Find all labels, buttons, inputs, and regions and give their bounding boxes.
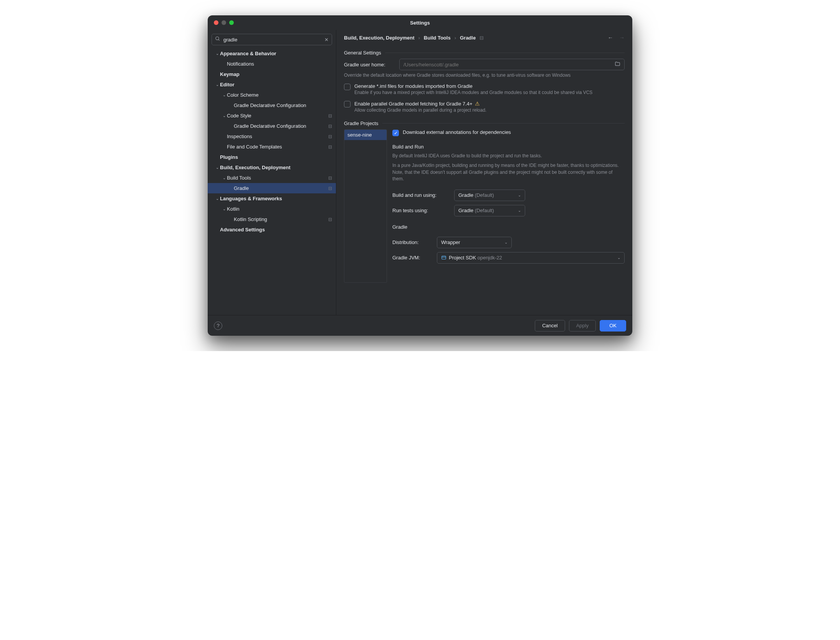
nav-back-icon[interactable]: ← bbox=[608, 35, 613, 41]
maximize-icon[interactable] bbox=[229, 20, 234, 25]
download-annotations-label: Download external annotations for depend… bbox=[403, 129, 511, 135]
sidebar-item-file-and-code-templates[interactable]: File and Code Templates⊟ bbox=[208, 142, 336, 152]
build-using-dropdown[interactable]: Gradle (Default) ⌄ bbox=[454, 190, 525, 201]
sidebar-item-kotlin-scripting[interactable]: Kotlin Scripting⊟ bbox=[208, 214, 336, 224]
gradle-user-home-label: Gradle user home: bbox=[344, 62, 394, 68]
sidebar-item-label: File and Code Templates bbox=[227, 144, 282, 150]
tests-using-label: Run tests using: bbox=[392, 208, 448, 213]
distribution-label: Distribution: bbox=[392, 239, 431, 245]
sidebar-item-build-execution-deployment[interactable]: ⌄Build, Execution, Deployment bbox=[208, 162, 336, 173]
restore-icon[interactable]: ⊟ bbox=[480, 35, 484, 41]
svg-rect-2 bbox=[442, 256, 446, 259]
gradle-jvm-dropdown[interactable]: Project SDK openjdk-22 ⌄ bbox=[437, 252, 625, 264]
gradle-projects-list[interactable]: sense-nine bbox=[344, 129, 387, 283]
sidebar-item-plugins[interactable]: Plugins bbox=[208, 152, 336, 162]
apply-button: Apply bbox=[569, 320, 596, 332]
sidebar-item-label: Kotlin Scripting bbox=[234, 216, 267, 222]
build-run-desc1: By default IntelliJ IDEA uses Gradle to … bbox=[392, 153, 625, 159]
generate-iml-label: Generate *.iml files for modules importe… bbox=[354, 83, 592, 89]
sidebar-item-inspections[interactable]: Inspections⊟ bbox=[208, 131, 336, 142]
warning-icon: ⚠ bbox=[475, 101, 480, 107]
tests-using-dropdown[interactable]: Gradle (Default) ⌄ bbox=[454, 205, 525, 216]
window-title: Settings bbox=[208, 20, 632, 26]
sidebar-item-gradle-declarative-configuration[interactable]: Gradle Declarative Configuration bbox=[208, 100, 336, 111]
scope-icon: ⊟ bbox=[328, 124, 332, 129]
section-projects: Gradle Projects bbox=[344, 120, 625, 126]
distribution-dropdown[interactable]: Wrapper ⌄ bbox=[437, 237, 512, 248]
sidebar-item-gradle-declarative-configuration[interactable]: Gradle Declarative Configuration⊟ bbox=[208, 121, 336, 131]
project-item[interactable]: sense-nine bbox=[344, 130, 387, 140]
parallel-fetch-label: Enable parallel Gradle model fetching fo… bbox=[354, 101, 473, 107]
chevron-down-icon: ⌄ bbox=[518, 193, 521, 197]
sidebar-item-label: Gradle Declarative Configuration bbox=[234, 123, 306, 129]
sidebar-item-label: Gradle Declarative Configuration bbox=[234, 102, 306, 108]
svg-point-0 bbox=[216, 37, 219, 40]
breadcrumb-item[interactable]: Build, Execution, Deployment bbox=[344, 35, 414, 41]
sidebar-item-advanced-settings[interactable]: Advanced Settings bbox=[208, 224, 336, 235]
main-panel: Build, Execution, Deployment›Build Tools… bbox=[336, 30, 632, 315]
search-icon bbox=[215, 36, 220, 43]
scope-icon: ⊟ bbox=[328, 134, 332, 139]
minimize-icon[interactable] bbox=[222, 20, 226, 25]
sidebar-item-gradle[interactable]: Gradle⊟ bbox=[208, 183, 336, 193]
scope-icon: ⊟ bbox=[328, 175, 332, 181]
sidebar-item-label: Build, Execution, Deployment bbox=[220, 165, 290, 170]
scope-icon: ⊟ bbox=[328, 113, 332, 119]
expand-icon: ⌄ bbox=[215, 165, 220, 170]
sidebar-item-kotlin[interactable]: ⌄Kotlin bbox=[208, 204, 336, 214]
breadcrumb: Build, Execution, Deployment›Build Tools… bbox=[344, 35, 484, 41]
close-icon[interactable] bbox=[214, 20, 218, 25]
traffic-lights bbox=[208, 20, 234, 25]
chevron-down-icon: ⌄ bbox=[504, 240, 508, 244]
settings-window: Settings ✕ ⌄Appearance & BehaviorNotific… bbox=[208, 15, 632, 336]
gradle-user-home-hint: Override the default location where Grad… bbox=[344, 73, 625, 78]
svg-line-1 bbox=[218, 40, 220, 41]
breadcrumb-item[interactable]: Gradle bbox=[460, 35, 476, 41]
sidebar-item-color-scheme[interactable]: ⌄Color Scheme bbox=[208, 90, 336, 100]
breadcrumb-item[interactable]: Build Tools bbox=[424, 35, 451, 41]
expand-icon: ⌄ bbox=[215, 82, 220, 87]
gradle-user-home-input[interactable] bbox=[399, 59, 625, 70]
search-field[interactable] bbox=[223, 37, 321, 43]
nav-arrows: ← → bbox=[608, 35, 625, 41]
generate-iml-checkbox[interactable] bbox=[344, 84, 351, 90]
parallel-fetch-hint: Allow collecting Gradle models in parall… bbox=[354, 107, 486, 113]
settings-tree[interactable]: ⌄Appearance & BehaviorNotificationsKeyma… bbox=[208, 48, 336, 315]
expand-icon: ⌄ bbox=[222, 176, 227, 180]
search-input[interactable]: ✕ bbox=[212, 34, 332, 45]
scope-icon: ⊟ bbox=[328, 217, 332, 222]
sidebar-item-label: Color Scheme bbox=[227, 92, 258, 98]
chevron-down-icon: ⌄ bbox=[518, 208, 521, 213]
help-button[interactable]: ? bbox=[214, 322, 222, 330]
expand-icon: ⌄ bbox=[215, 196, 220, 201]
ok-button[interactable]: OK bbox=[600, 320, 626, 332]
sidebar-item-label: Code Style bbox=[227, 113, 251, 119]
folder-icon[interactable] bbox=[615, 61, 620, 68]
sidebar-item-label: Gradle bbox=[234, 185, 249, 191]
sidebar-item-keymap[interactable]: Keymap bbox=[208, 69, 336, 79]
sidebar-item-notifications[interactable]: Notifications bbox=[208, 59, 336, 69]
download-annotations-checkbox[interactable]: ✓ bbox=[392, 130, 399, 136]
cancel-button[interactable]: Cancel bbox=[535, 320, 565, 332]
sidebar-item-label: Build Tools bbox=[227, 175, 251, 181]
sidebar-item-label: Notifications bbox=[227, 61, 254, 67]
sidebar-item-code-style[interactable]: ⌄Code Style⊟ bbox=[208, 111, 336, 121]
sidebar-item-label: Plugins bbox=[220, 154, 238, 160]
gradle-user-home-field[interactable] bbox=[403, 62, 612, 68]
breadcrumb-separator: › bbox=[455, 35, 456, 41]
content: General Settings Gradle user home: Overr… bbox=[336, 43, 632, 315]
build-run-heading: Build and Run bbox=[392, 144, 625, 150]
sidebar-item-label: Advanced Settings bbox=[220, 227, 265, 233]
clear-icon[interactable]: ✕ bbox=[324, 37, 329, 43]
expand-icon: ⌄ bbox=[222, 207, 227, 211]
scope-icon: ⊟ bbox=[328, 186, 332, 191]
sidebar-item-build-tools[interactable]: ⌄Build Tools⊟ bbox=[208, 173, 336, 183]
sidebar-item-label: Languages & Frameworks bbox=[220, 196, 282, 201]
sidebar-item-languages-frameworks[interactable]: ⌄Languages & Frameworks bbox=[208, 193, 336, 204]
parallel-fetch-checkbox[interactable] bbox=[344, 101, 351, 107]
sidebar-item-label: Kotlin bbox=[227, 206, 240, 212]
sidebar-item-appearance-behavior[interactable]: ⌄Appearance & Behavior bbox=[208, 48, 336, 59]
sidebar-item-label: Editor bbox=[220, 82, 235, 87]
body: ✕ ⌄Appearance & BehaviorNotificationsKey… bbox=[208, 30, 632, 315]
sidebar-item-editor[interactable]: ⌄Editor bbox=[208, 79, 336, 90]
